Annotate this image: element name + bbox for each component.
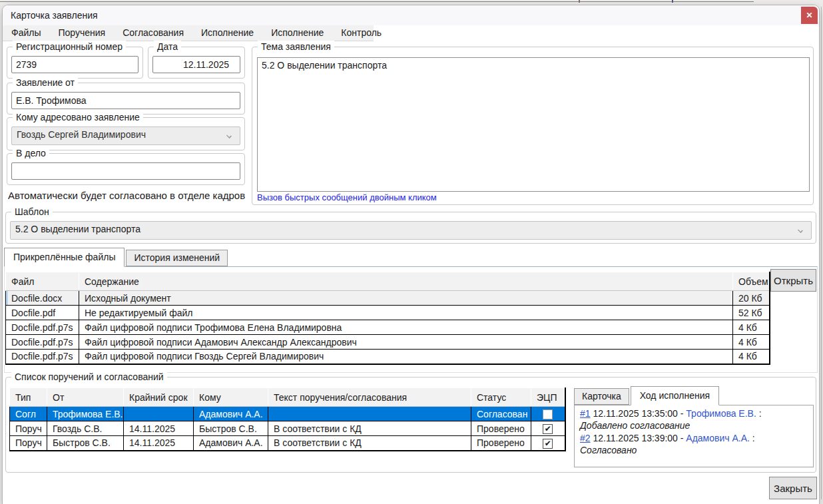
order-status-cell[interactable]: Согласован (471, 407, 531, 421)
order-type-cell[interactable]: Согл (10, 407, 47, 421)
file-name-cell[interactable]: Docfile.pdf.p7s (6, 350, 79, 364)
log-entry-colon: : (759, 408, 762, 419)
order-row: Поруч Быстров С.В. 14.11.2025 Адамович А… (10, 436, 565, 451)
applicant-field[interactable] (11, 92, 240, 109)
file-content-cell[interactable]: Файл цифровой подписи Трофимова Елена Вл… (79, 320, 733, 335)
file-content-cell[interactable]: Не редактируемый файл (79, 306, 733, 320)
file-name-cell[interactable]: Docfile.pdf.p7s (6, 335, 79, 350)
tab-execution-progress[interactable]: Ход исполнения (631, 386, 719, 405)
order-to-cell[interactable]: Адамович А.А. (194, 407, 268, 421)
file-size-cell[interactable]: 4 Кб (733, 350, 770, 364)
files-table-header: Файл Содержание Объем (6, 272, 770, 291)
order-text-cell[interactable] (268, 407, 471, 421)
reg-number-field[interactable] (11, 56, 138, 73)
subject-field[interactable]: 5.2 О выделении транспорта (257, 57, 810, 192)
tab-change-history[interactable]: История изменений (126, 250, 228, 266)
close-dialog-button[interactable]: Закрыть (769, 477, 817, 499)
column-header-signature[interactable]: ЭЦП (531, 388, 565, 407)
log-entry-datetime: 12.11.2025 13:39:00 - (593, 433, 683, 443)
order-to-cell[interactable]: Быстров С.В. (194, 421, 268, 436)
files-tabstrip: Прикреплённые файлы История изменений (4, 248, 229, 266)
file-size-cell[interactable]: 20 Кб (733, 291, 770, 306)
log-entry-author: Трофимова Е.В. (686, 408, 756, 419)
column-header-deadline[interactable]: Крайний срок (124, 388, 194, 407)
column-header-text[interactable]: Текст поручения/согласования (268, 388, 471, 407)
close-icon[interactable]: ✕ (801, 7, 818, 24)
order-status-cell[interactable]: Проверено (471, 436, 531, 451)
order-type-cell[interactable]: Поруч (10, 436, 47, 451)
log-entry: #1 12.11.2025 13:35:00 - Трофимова Е.В. … (580, 407, 808, 419)
file-name-cell[interactable]: Docfile.pdf (6, 306, 79, 320)
file-name-cell[interactable]: Docfile.docx (6, 291, 79, 306)
column-header-file[interactable]: Файл (6, 272, 79, 291)
tab-attached-files[interactable]: Прикреплённые файлы (4, 248, 125, 267)
order-type-cell[interactable]: Поруч (10, 421, 47, 436)
open-button[interactable]: Открыть (770, 269, 816, 292)
subject-group: Тема заявления 5.2 О выделении транспорт… (252, 47, 814, 205)
order-from-cell[interactable]: Трофимова Е.В. (47, 407, 124, 421)
template-dropdown[interactable]: 5.2 О выделении транспорта (10, 221, 812, 240)
file-size-cell[interactable]: 4 Кб (733, 320, 770, 335)
title-bar: Карточка заявления (3, 5, 819, 25)
case-label: В дело (13, 147, 49, 159)
signature-checkbox-unchecked[interactable] (543, 409, 553, 419)
menu-item-control[interactable]: Контроль (332, 25, 390, 41)
column-header-to[interactable]: Кому (194, 388, 268, 407)
menu-item-execution-2[interactable]: Исполнение (262, 25, 332, 41)
signature-checkbox-checked[interactable]: ✔ (543, 439, 553, 449)
quick-messages-link[interactable]: Вызов быстрых сообщений двойным кликом (257, 192, 437, 202)
subject-text: 5.2 О выделении транспорта (262, 60, 387, 71)
chevron-down-icon (798, 228, 803, 233)
template-label: Шаблон (11, 206, 53, 218)
file-content-cell[interactable]: Файл цифровой подписи Гвоздь Сергей Влад… (79, 350, 733, 364)
signature-checkbox-checked[interactable]: ✔ (543, 424, 553, 434)
tab-change-history-label: История изменений (134, 252, 220, 263)
template-value: 5.2 О выделении транспорта (15, 224, 140, 234)
log-entry-link[interactable]: #2 (580, 433, 591, 443)
order-to-cell[interactable]: Адамович А.А. (194, 436, 268, 451)
files-table: Файл Содержание Объем Docfile.docx Исход… (5, 272, 770, 365)
date-field[interactable] (152, 56, 240, 73)
menu-item-approvals[interactable]: Согласования (114, 25, 192, 41)
case-field[interactable] (11, 162, 240, 180)
log-entry-link[interactable]: #1 (580, 408, 591, 419)
order-deadline-cell[interactable]: 14.11.2025 (124, 421, 194, 436)
column-header-size[interactable]: Объем (733, 272, 770, 291)
log-entry-action: Согласовано (580, 444, 808, 456)
addressee-value: Гвоздь Сергей Владимирович (17, 129, 146, 140)
file-content-cell[interactable]: Файл цифровой подписи Адамович Александр… (79, 335, 733, 350)
date-label: Дата (154, 41, 181, 53)
menu-item-execution-1[interactable]: Исполнение (192, 25, 262, 41)
file-name-cell[interactable]: Docfile.pdf.p7s (6, 320, 79, 335)
order-row: Поруч Гвоздь С.В. 14.11.2025 Быстров С.В… (10, 421, 565, 436)
background-artifact (672, 0, 673, 3)
window-title: Карточка заявления (11, 10, 98, 21)
order-from-cell[interactable]: Гвоздь С.В. (47, 421, 124, 436)
menu-item-files[interactable]: Файлы (3, 25, 49, 41)
column-header-status[interactable]: Статус (471, 388, 531, 407)
file-content-cell[interactable]: Исходный документ (79, 291, 733, 306)
tab-execution-progress-label: Ход исполнения (640, 390, 710, 401)
column-header-type[interactable]: Тип (10, 388, 47, 407)
chevron-down-icon (226, 133, 232, 138)
order-from-cell[interactable]: Быстров С.В. (47, 436, 124, 451)
column-header-from[interactable]: От (47, 388, 124, 407)
file-size-cell[interactable]: 4 Кб (733, 335, 770, 350)
file-row: Docfile.pdf Не редактируемый файл 52 Кб (6, 306, 770, 320)
case-group: В дело (7, 153, 245, 185)
column-header-content[interactable]: Содержание (79, 272, 733, 291)
order-deadline-cell[interactable]: 14.11.2025 (124, 436, 194, 451)
file-size-cell[interactable]: 52 Кб (733, 306, 770, 320)
order-deadline-cell[interactable] (124, 407, 194, 421)
order-text-cell[interactable]: В соответствии с КД (268, 436, 471, 451)
addressee-dropdown[interactable]: Гвоздь Сергей Владимирович (11, 126, 240, 145)
background-window-edge (821, 7, 822, 499)
menu-strip: Файлы Поручения Согласования Исполнение … (3, 25, 374, 41)
reg-number-label: Регистрационный номер (13, 41, 126, 53)
order-text-cell[interactable]: В соответствии с КД (268, 421, 471, 436)
order-row-selected: Согл Трофимова Е.В. Адамович А.А. Соглас… (10, 407, 565, 421)
menu-item-orders[interactable]: Поручения (49, 25, 114, 41)
file-row: Docfile.pdf.p7s Файл цифровой подписи Ад… (6, 335, 770, 350)
tab-card[interactable]: Карточка (574, 388, 629, 405)
order-status-cell[interactable]: Проверено (471, 421, 531, 436)
